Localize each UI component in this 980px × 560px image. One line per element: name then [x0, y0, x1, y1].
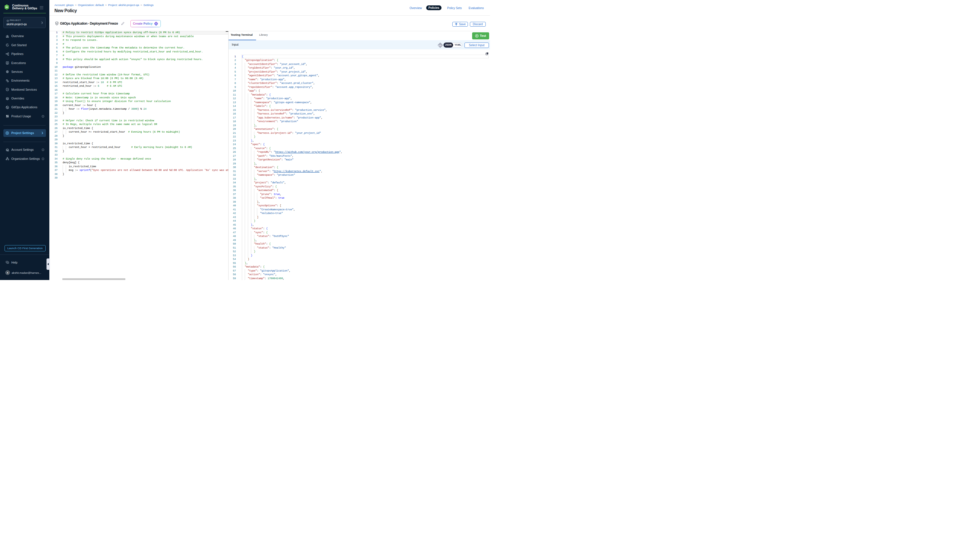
svg-text:?: ?: [7, 261, 7, 263]
svg-text:</>: </>: [438, 44, 441, 47]
svg-text:∞: ∞: [6, 5, 8, 9]
